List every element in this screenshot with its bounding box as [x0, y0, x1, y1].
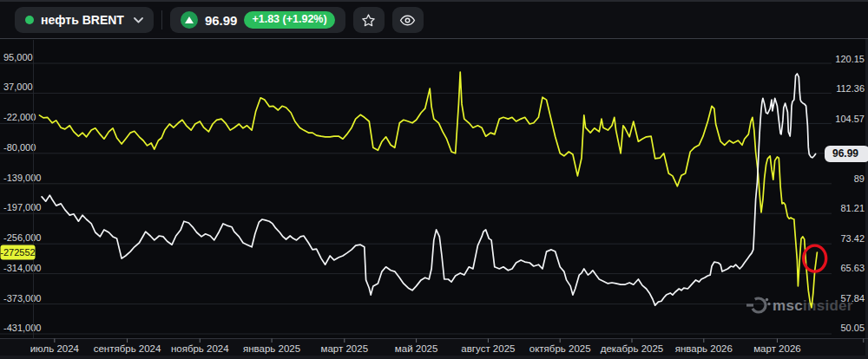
chart-svg[interactable]: 95,00037,000-22,000-80,000-139,000-197,0…: [0, 0, 868, 359]
x-axis-label: октябрь 2025: [529, 343, 591, 354]
right-current-price-text: 96.99: [832, 147, 858, 160]
trend-up-icon: [181, 11, 198, 29]
watermark-logo-icon: [752, 298, 766, 312]
right-axis-label: 112.36: [836, 83, 865, 94]
right-axis-label: 89: [854, 173, 865, 184]
favorite-button[interactable]: [353, 7, 385, 33]
watermark-logo-dot: [766, 298, 768, 301]
left-axis-label: 37,000: [3, 82, 33, 92]
x-axis-label: март 2026: [753, 343, 801, 354]
left-axis-label: -139,000: [3, 173, 41, 183]
left-axis-label: -22,000: [3, 112, 36, 122]
x-axis-label: январь 2025: [243, 343, 300, 354]
right-axis-label: 104.57: [835, 114, 865, 124]
x-axis-label: январь 2026: [675, 343, 733, 354]
left-axis-label: -197,000: [3, 202, 41, 212]
x-axis-label: июль 2024: [30, 343, 80, 354]
brent-price-series-line: [42, 74, 816, 305]
x-axis-label: сентябрь 2024: [94, 343, 161, 354]
trading-terminal: 95,00037,000-22,000-80,000-139,000-197,0…: [0, 0, 868, 359]
x-axis-label: май 2025: [395, 343, 438, 354]
x-axis-label: ноябрь 2024: [171, 343, 229, 354]
left-axis-label: -256,000: [3, 232, 41, 243]
right-axis-label: 65.63: [840, 263, 865, 273]
left-axis-label: -373,000: [3, 293, 41, 304]
net-position-indicator-series-line: [39, 72, 817, 308]
watch-button[interactable]: [392, 7, 424, 33]
eye-icon: [399, 14, 416, 27]
x-axis-label: март 2025: [321, 343, 369, 354]
left-axis-label: 95,000: [3, 52, 33, 62]
bottom-edge: [0, 356, 868, 359]
right-axis-label: 50.05: [840, 323, 865, 333]
star-icon: [361, 13, 376, 28]
x-axis-label: август 2025: [461, 343, 515, 354]
instrument-status-dot: [25, 16, 34, 24]
left-axis-label: -80,000: [3, 142, 36, 153]
x-axis-label: декабрь 2025: [601, 343, 664, 354]
instrument-selector[interactable]: нефть BRENT: [15, 7, 154, 33]
change-badge: +1.83 (+1.92%): [244, 11, 334, 29]
chevron-down-icon: [134, 17, 143, 23]
price-summary[interactable]: 96.99 +1.83 (+1.92%): [170, 7, 345, 33]
watermark-logo-dot: [767, 303, 770, 305]
last-price: 96.99: [205, 13, 238, 28]
right-axis-label: 120.15: [835, 54, 865, 64]
toolbar: нефть BRENT 96.99 +1.83 (+1.92%): [0, 0, 868, 39]
toolbar-divider: [161, 10, 162, 29]
left-axis-label: -431,000: [3, 323, 41, 333]
right-axis-label: 81.21: [840, 203, 865, 213]
right-axis-label: 73.42: [840, 233, 865, 244]
instrument-name: нефть BRENT: [41, 13, 124, 27]
left-current-value-text: -272552: [0, 247, 35, 258]
left-axis-label: -314,000: [3, 263, 41, 273]
